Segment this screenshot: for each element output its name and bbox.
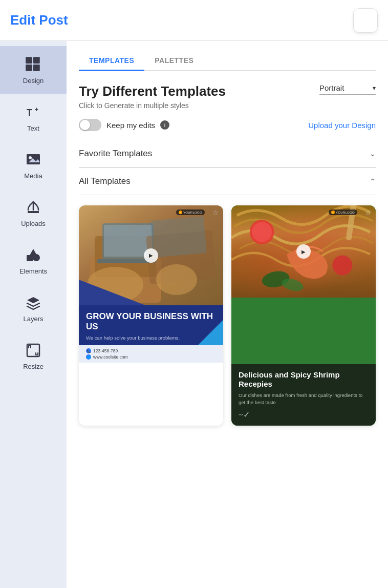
card2-signature: ~✓	[239, 410, 369, 419]
svg-point-23	[156, 264, 197, 295]
svg-rect-21	[150, 216, 207, 258]
card1-web-icon: 🌐	[86, 354, 91, 360]
templates-title: Try Different Templates	[79, 83, 226, 99]
all-templates-section: All Templates ⌃	[79, 168, 376, 195]
resize-icon	[24, 341, 42, 360]
sidebar-label-text: Text	[27, 124, 39, 132]
card2-play-button[interactable]: ▶	[296, 244, 311, 259]
uploads-icon	[24, 198, 42, 217]
svg-rect-2	[26, 65, 32, 71]
card1-photo: ⚡ YOURLOGO ☆ ▶	[79, 205, 223, 305]
svg-point-12	[33, 254, 40, 261]
tab-bar: TEMPLATES PALETTES	[79, 51, 376, 71]
sidebar-label-media: Media	[24, 172, 42, 180]
svg-rect-10	[28, 211, 39, 213]
svg-rect-3	[33, 65, 40, 71]
avatar[interactable]	[353, 8, 378, 33]
svg-rect-13	[27, 255, 33, 261]
svg-rect-0	[26, 57, 32, 64]
sidebar: Design T + Text Media	[0, 41, 67, 588]
keep-edits-label: Keep my edits	[106, 121, 155, 130]
template-card-shrimp[interactable]: ⚡ YOURLOGO ☆ ▶ Delicious and Spicy Shrim…	[231, 205, 376, 426]
svg-point-25	[252, 222, 272, 242]
all-chevron-icon: ⌃	[370, 177, 376, 185]
tab-palettes[interactable]: PALETTES	[144, 51, 204, 71]
card2-logo: ⚡ YOURLOGO	[329, 209, 357, 215]
svg-rect-1	[33, 57, 40, 64]
sidebar-item-text[interactable]: T + Text	[0, 94, 67, 141]
main-layout: Design T + Text Media	[0, 41, 388, 588]
template-grid: ⚡ YOURLOGO ☆ ▶ GROW YOUR BUSINESS WITH U…	[79, 195, 376, 436]
sidebar-item-media[interactable]: Media	[0, 141, 67, 189]
tab-templates[interactable]: TEMPLATES	[79, 51, 144, 71]
sidebar-label-layers: Layers	[23, 315, 43, 323]
sidebar-label-uploads: Uploads	[21, 220, 46, 227]
portrait-label: Portrait	[319, 83, 344, 92]
templates-title-group: Try Different Templates Click to Generat…	[79, 83, 226, 110]
card2-text-section: Delicious and Spicy Shrimp Recepies Our …	[231, 364, 376, 426]
card1-play-button[interactable]: ▶	[144, 248, 158, 263]
sidebar-label-design: Design	[23, 77, 44, 85]
info-icon[interactable]: i	[160, 120, 169, 130]
template-card-business[interactable]: ⚡ YOURLOGO ☆ ▶ GROW YOUR BUSINESS WITH U…	[79, 205, 223, 426]
favorite-templates-section: Favorite Templates ⌄	[79, 140, 376, 167]
card1-website-line: 🌐 www.coolsite.com	[86, 354, 216, 360]
templates-header: Try Different Templates Click to Generat…	[79, 83, 376, 110]
card2-star-icon: ☆	[365, 208, 372, 217]
card1-diagonal	[79, 280, 145, 305]
upload-design-link[interactable]: Upload your Design	[308, 121, 376, 130]
card1-logo: ⚡ YOURLOGO	[176, 209, 205, 215]
card2-main-text: Delicious and Spicy Shrimp Recepies	[239, 370, 369, 389]
svg-text:T: T	[27, 108, 32, 118]
elements-icon	[24, 246, 42, 264]
all-templates-header[interactable]: All Templates ⌃	[79, 168, 376, 195]
layers-icon	[24, 293, 42, 312]
sidebar-item-design[interactable]: Design	[0, 46, 67, 94]
card1-star-icon: ☆	[212, 208, 219, 217]
sidebar-item-layers[interactable]: Layers	[0, 284, 67, 332]
card1-main-text: GROW YOUR BUSINESS WITH US	[86, 311, 216, 331]
sidebar-item-resize[interactable]: Resize	[0, 332, 67, 380]
media-icon	[24, 151, 42, 169]
main-content: TEMPLATES PALETTES Try Different Templat…	[67, 41, 388, 588]
card1-phone-line: 📞 123-456-789	[86, 348, 216, 353]
sidebar-item-uploads[interactable]: Uploads	[0, 189, 67, 237]
favorite-templates-header[interactable]: Favorite Templates ⌄	[79, 140, 376, 167]
portrait-dropdown[interactable]: Portrait ▾	[319, 83, 376, 95]
app-header: Edit Post	[0, 0, 388, 41]
svg-text:+: +	[35, 106, 38, 113]
templates-subtitle: Click to Generate in multiple styles	[79, 101, 226, 110]
card1-sub-text: We can help solve your business problems…	[86, 334, 216, 341]
design-icon	[24, 55, 42, 74]
chevron-down-icon: ▾	[373, 85, 376, 92]
card1-blue-section: GROW YOUR BUSINESS WITH US We can help s…	[79, 305, 223, 345]
card2-sub-text: Our dishes are made from fresh and quali…	[239, 392, 369, 406]
sidebar-label-resize: Resize	[23, 363, 44, 370]
page-title: Edit Post	[10, 12, 68, 28]
card2-green-top: ⚡ YOURLOGO ☆ ▶	[231, 205, 376, 298]
svg-point-26	[332, 256, 352, 276]
card1-footer: 📞 123-456-789 🌐 www.coolsite.com	[79, 345, 223, 363]
toggle-row: Keep my edits i Upload your Design	[79, 119, 376, 131]
keep-edits-toggle[interactable]	[79, 119, 101, 131]
all-templates-title: All Templates	[79, 176, 131, 186]
sidebar-label-elements: Elements	[19, 267, 47, 275]
sidebar-item-elements[interactable]: Elements	[0, 237, 67, 284]
keep-edits-group: Keep my edits i	[79, 119, 169, 131]
card1-phone-icon: 📞	[86, 348, 91, 353]
favorite-templates-title: Favorite Templates	[79, 149, 152, 159]
svg-point-8	[29, 156, 32, 159]
text-icon: T +	[24, 103, 42, 121]
favorite-chevron-icon: ⌄	[370, 150, 376, 158]
